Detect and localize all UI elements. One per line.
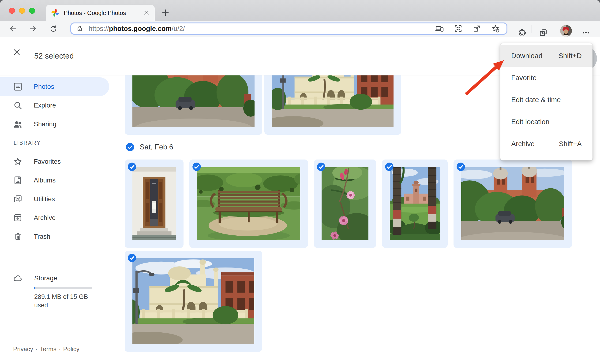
search-icon — [13, 101, 22, 110]
clear-selection-button[interactable] — [13, 48, 21, 56]
tab-close-icon[interactable] — [143, 10, 150, 16]
sidebar-item-utilities[interactable]: Utilities — [0, 190, 109, 209]
sidebar-item-explore[interactable]: Explore — [0, 96, 109, 115]
photo-thumbnail[interactable] — [132, 167, 176, 240]
qr-code-icon[interactable] — [454, 24, 462, 33]
storage-usage-label: 289.1 MB of 15 GB used — [34, 292, 97, 309]
photo-thumbnail[interactable] — [322, 167, 368, 240]
footer-link-policy[interactable]: Policy — [63, 346, 79, 353]
sidebar-item-label: Favorites — [34, 158, 61, 165]
new-tab-button[interactable] — [161, 9, 170, 17]
profile-avatar[interactable] — [560, 23, 572, 39]
toolbar-divider — [532, 25, 532, 33]
menu-item-edit-date-time[interactable]: Edit date & time — [500, 89, 592, 111]
photo-card[interactable] — [125, 160, 184, 248]
url-scheme: https:// — [89, 25, 109, 32]
footer-dot-separator: · — [35, 346, 38, 353]
browser-window: Photos - Google Photos https://photos.go… — [0, 0, 600, 364]
menu-item-label: Edit date & time — [511, 96, 561, 104]
menu-item-label: Download — [511, 52, 542, 60]
people-icon — [13, 119, 22, 129]
photo-thumbnail[interactable] — [197, 167, 300, 240]
menu-item-favorite[interactable]: Favorite — [500, 67, 592, 89]
menu-item-label: Archive — [511, 140, 534, 148]
add-to-favorites-icon[interactable] — [491, 24, 500, 33]
refresh-button[interactable] — [49, 25, 58, 33]
back-button[interactable] — [9, 25, 17, 33]
footer-links: Privacy·Terms·Policy — [13, 346, 82, 353]
sidebar-item-favorites[interactable]: Favorites — [0, 152, 109, 171]
sidebar-divider — [13, 263, 102, 263]
photo-card[interactable] — [382, 160, 448, 248]
star-icon — [13, 157, 22, 166]
photo-thumbnail[interactable] — [272, 75, 394, 127]
library-section-label: LIBRARY — [0, 134, 109, 152]
footer-link-terms[interactable]: Terms — [40, 346, 56, 353]
storage-progress-bar — [34, 287, 92, 289]
forward-button[interactable] — [28, 25, 37, 33]
selected-checkmark-icon[interactable] — [317, 162, 326, 171]
footer-dot-separator: · — [59, 346, 61, 353]
storage-section[interactable]: Storage 289.1 MB of 15 GB used — [0, 273, 109, 309]
sidebar-item-label: Trash — [34, 233, 50, 240]
menu-item-shortcut: Shift+D — [559, 52, 582, 60]
url-text[interactable]: https://photos.google.com/u/2/ — [89, 25, 185, 33]
menu-item-archive[interactable]: Archive Shift+A — [500, 133, 592, 155]
date-header-label: Sat, Feb 6 — [140, 143, 173, 151]
send-to-devices-icon[interactable] — [435, 24, 444, 33]
open-in-app-icon[interactable] — [473, 25, 481, 33]
photo-thumbnail[interactable] — [390, 167, 440, 240]
album-icon — [13, 176, 22, 185]
photo-thumbnail[interactable] — [132, 258, 254, 344]
browser-tab[interactable]: Photos - Google Photos — [46, 5, 155, 21]
selected-checkmark-icon[interactable] — [456, 162, 465, 171]
photo-card[interactable] — [453, 160, 572, 248]
tab-title: Photos - Google Photos — [64, 9, 143, 16]
sidebar-item-label: Albums — [34, 177, 56, 184]
archive-icon — [13, 213, 22, 223]
sidebar-item-albums[interactable]: Albums — [0, 171, 109, 190]
sidebar-item-label: Photos — [34, 83, 54, 91]
storage-progress-fill — [34, 287, 35, 289]
footer-link-privacy[interactable]: Privacy — [13, 346, 33, 353]
selected-count-label: 52 selected — [34, 37, 74, 75]
google-photos-favicon — [51, 9, 59, 17]
photo-card[interactable] — [125, 251, 262, 352]
sidebar-item-label: Archive — [34, 214, 56, 222]
address-bar[interactable]: https://photos.google.com/u/2/ — [70, 22, 507, 35]
sidebar-item-archive[interactable]: Archive — [0, 209, 109, 227]
zoom-window-button[interactable] — [29, 8, 35, 14]
sidebar-item-label: Sharing — [34, 120, 56, 128]
cloud-icon — [13, 273, 22, 283]
sidebar-item-sharing[interactable]: Sharing — [0, 115, 109, 134]
sidebar-item-trash[interactable]: Trash — [0, 227, 109, 246]
selected-checkmark-icon[interactable] — [128, 162, 136, 171]
date-selected-checkmark-icon[interactable] — [126, 143, 134, 152]
menu-item-label: Favorite — [511, 74, 536, 82]
row-spacer — [125, 248, 572, 251]
menu-item-download[interactable]: Download Shift+D — [500, 45, 592, 67]
photo-thumbnail[interactable] — [132, 75, 254, 127]
utilities-icon — [13, 194, 22, 204]
close-window-button[interactable] — [9, 8, 15, 14]
photo-card[interactable] — [314, 160, 376, 248]
photo-row — [125, 160, 572, 248]
menu-item-edit-location[interactable]: Edit location — [500, 111, 592, 133]
selected-checkmark-icon[interactable] — [385, 162, 394, 171]
selected-checkmark-icon[interactable] — [192, 162, 201, 171]
sidebar-item-label: Utilities — [34, 195, 55, 203]
minimize-window-button[interactable] — [19, 8, 25, 14]
storage-title: Storage — [34, 273, 109, 283]
menu-item-shortcut: Shift+A — [559, 140, 582, 148]
photo-card[interactable] — [125, 75, 262, 135]
photo-thumbnail[interactable] — [461, 167, 564, 240]
trash-icon — [13, 232, 22, 241]
selected-checkmark-icon[interactable] — [128, 254, 136, 262]
sidebar: Photos Explore Sharing LIBRARY Favorites… — [0, 77, 109, 309]
photos-icon — [13, 82, 22, 91]
sidebar-item-photos[interactable]: Photos — [0, 77, 109, 96]
lock-icon[interactable] — [76, 25, 84, 32]
photo-card[interactable] — [264, 75, 401, 135]
photo-card[interactable] — [189, 160, 308, 248]
context-menu: Download Shift+D Favorite Edit date & ti… — [500, 43, 592, 160]
